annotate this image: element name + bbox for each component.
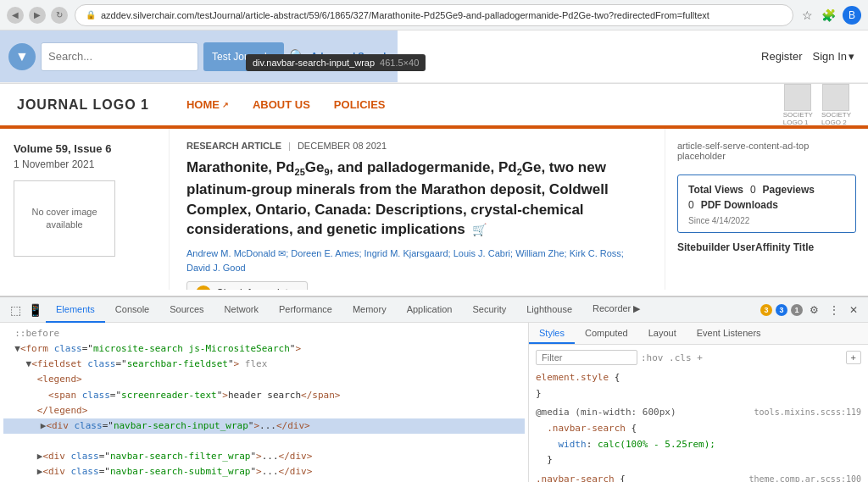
society-logo-2: SOCIETYLOGO 2 xyxy=(821,84,851,126)
brand-icon[interactable]: ▼ xyxy=(8,43,36,70)
tooltip-element-name: div.navbar-search-input_wrap xyxy=(253,58,375,68)
info-badge: 1 xyxy=(791,304,803,316)
article-title: Marathonite, Pd25Ge9, and palladogermani… xyxy=(186,158,648,240)
article-main: RESEARCH ARTICLE | DECEMBER 08 2021 Mara… xyxy=(170,129,665,290)
main-content-area: Volume 59, Issue 6 1 November 2021 No co… xyxy=(0,129,868,290)
forward-button[interactable]: ▶ xyxy=(29,7,46,24)
society-logo-1-label: SOCIETYLOGO 1 xyxy=(783,111,813,126)
search-input[interactable] xyxy=(48,50,191,63)
left-sidebar: Volume 59, Issue 6 1 November 2021 No co… xyxy=(0,129,170,290)
title-text-1: Marathonite, Pd25Ge9, and palladogermani… xyxy=(186,159,609,237)
dom-code: ::before ▼<form class="microsite-search … xyxy=(3,326,525,482)
devtools-styles-tab[interactable]: Styles xyxy=(529,323,575,344)
pdf-downloads-row: 0 PDF Downloads xyxy=(688,197,845,213)
code-line-8: ▶<div class="navbar-search-filter_wrap">… xyxy=(3,451,312,462)
devtools-tab-sources[interactable]: Sources xyxy=(159,297,214,323)
devtools-tab-lighthouse[interactable]: Lighthouse xyxy=(516,297,582,323)
check-updates-button[interactable]: ✓ Check for updates xyxy=(186,281,308,290)
pdf-value: 0 xyxy=(688,199,694,211)
society-logo-1-img xyxy=(784,84,811,111)
warning-badge: 3 xyxy=(776,304,787,316)
style-rules: element.style {} tools.mixins.scss:119 @… xyxy=(536,370,861,482)
society-logo-2-img xyxy=(822,84,849,111)
devtools-element-tooltip: div.navbar-search-input_wrap 461.5×40 xyxy=(246,54,426,71)
devtools-right-tabs: Styles Computed Layout Event Listeners xyxy=(529,323,868,345)
devtools-tab-recorder[interactable]: Recorder ▶ xyxy=(582,297,650,323)
article-type: RESEARCH ARTICLE xyxy=(186,141,281,151)
code-line-7-selected[interactable]: ▶<div class="navbar-search-input_wrap">.… xyxy=(3,418,525,434)
bookmark-button[interactable]: ☆ xyxy=(800,7,815,24)
site-header: ▼ Test Journal ▾ 🔍 Advanced Search Regis… xyxy=(0,30,868,83)
nav-link-about[interactable]: ABOUT US xyxy=(241,98,322,111)
author-link-3[interactable]: Ingrid M. Kjarsgaard xyxy=(364,248,448,258)
devtools-close-button[interactable]: ✕ xyxy=(846,302,861,318)
styles-filter-input[interactable] xyxy=(536,350,637,365)
volume-date: 1 November 2021 xyxy=(14,158,155,170)
author-link-1[interactable]: Andrew M. McDonald ✉ xyxy=(186,248,286,258)
devtools-event-listeners-tab[interactable]: Event Listeners xyxy=(687,323,771,344)
author-link-5[interactable]: William Zhe xyxy=(515,248,564,258)
cover-placeholder-text: No cover image available xyxy=(14,206,114,232)
devtools-tab-memory[interactable]: Memory xyxy=(342,297,397,323)
journal-logo: JOURNAL LOGO 1 xyxy=(17,97,149,113)
nav-link-home[interactable]: HOME ↗ xyxy=(175,98,241,111)
sign-in-link[interactable]: Sign In ▾ xyxy=(813,50,854,63)
extensions-button[interactable]: 🧩 xyxy=(820,7,837,24)
devtools-device-button[interactable]: 📱 xyxy=(25,302,46,319)
devtools-tab-security[interactable]: Security xyxy=(462,297,516,323)
register-link[interactable]: Register xyxy=(761,50,802,63)
code-line-5: <span class="screenreader-text">header s… xyxy=(3,390,340,401)
meta-divider: | xyxy=(288,141,291,151)
pdf-label: PDF Downloads xyxy=(701,199,778,211)
right-panel: article-self-serve-content-ad-top placeh… xyxy=(665,129,868,290)
add-style-rule-button[interactable]: + xyxy=(846,351,861,364)
cart-icon: 🛒 xyxy=(472,223,487,236)
devtools-tab-console[interactable]: Console xyxy=(105,297,159,323)
devtools-settings-button[interactable]: ⚙ xyxy=(806,302,822,318)
devtools-dom-tree: ::before ▼<form class="microsite-search … xyxy=(0,323,529,482)
devtools-tab-application[interactable]: Application xyxy=(397,297,463,323)
devtools-tab-performance[interactable]: Performance xyxy=(269,297,342,323)
chevron-down-icon: ▾ xyxy=(849,50,854,63)
url-text: azddev.silverchair.com/testJournal/artic… xyxy=(101,10,709,20)
header-right: Register Sign In ▾ xyxy=(398,30,868,82)
devtools-tab-elements[interactable]: Elements xyxy=(46,297,105,323)
author-link-2[interactable]: Doreen E. Ames xyxy=(291,248,359,258)
refresh-button[interactable]: ↻ xyxy=(51,7,68,24)
profile-button[interactable]: B xyxy=(843,6,861,25)
devtools-inspect-button[interactable]: ⬚ xyxy=(7,302,25,319)
tooltip-element-size: 461.5×40 xyxy=(380,58,419,68)
style-rule-media: tools.mixins.scss:119 @media (min-width:… xyxy=(536,405,861,468)
external-link-icon: ↗ xyxy=(222,101,229,109)
author-link-4[interactable]: Louis J. Cabri xyxy=(453,248,510,258)
url-bar[interactable]: 🔒 azddev.silverchair.com/testJournal/art… xyxy=(75,4,793,26)
devtools-tab-network[interactable]: Network xyxy=(214,297,269,323)
pageviews-value: 0 xyxy=(750,184,756,196)
check-updates-icon: ✓ xyxy=(196,285,211,290)
society-logo-2-label: SOCIETYLOGO 2 xyxy=(821,111,851,126)
nav-link-policies[interactable]: POLICIES xyxy=(322,98,398,111)
code-line-6: </legend> xyxy=(3,405,87,416)
styles-filter-row: :hov .cls + + xyxy=(536,350,861,365)
devtools-computed-tab[interactable]: Computed xyxy=(575,323,638,344)
publication-date: DECEMBER 08 2021 xyxy=(298,141,387,151)
code-line-2: ▼<form class="microsite-search js-Micros… xyxy=(3,343,301,354)
error-badge: 3 xyxy=(760,304,772,316)
browser-action-buttons: ☆ 🧩 B xyxy=(800,6,861,25)
author-link-7[interactable]: David J. Good xyxy=(186,263,246,273)
metrics-since: Since 4/14/2022 xyxy=(688,216,845,225)
total-views-row: Total Views 0 Pageviews xyxy=(688,182,845,197)
code-line-4: <legend> xyxy=(3,374,82,385)
check-updates-label: Check for updates xyxy=(216,287,298,290)
browser-nav-buttons: ◀ ▶ ↻ xyxy=(7,7,68,24)
article-authors: Andrew M. McDonald ✉; Doreen E. Ames; In… xyxy=(186,247,648,274)
back-button[interactable]: ◀ xyxy=(7,7,24,24)
sitebuilder-box: Sitebuilder UserAffinity Title xyxy=(677,241,856,253)
author-link-6[interactable]: Kirk C. Ross xyxy=(570,248,621,258)
ad-placeholder: article-self-serve-content-ad-top placeh… xyxy=(677,141,856,161)
cover-image-placeholder: No cover image available xyxy=(14,180,115,257)
style-rule-element: element.style {} xyxy=(536,370,861,402)
devtools-more-button[interactable]: ⋮ xyxy=(826,302,843,318)
devtools-layout-tab[interactable]: Layout xyxy=(638,323,687,344)
devtools-action-icons: 3 3 1 ⚙ ⋮ ✕ xyxy=(760,302,861,318)
